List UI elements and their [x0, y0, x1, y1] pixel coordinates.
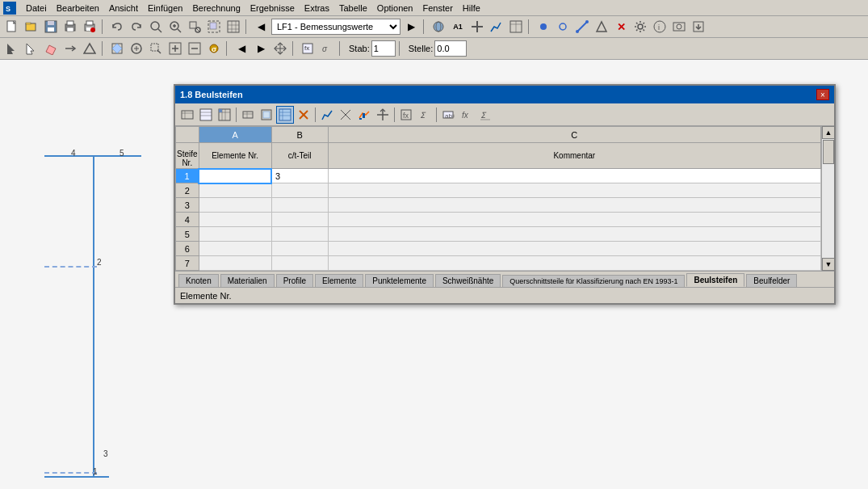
row-4-a[interactable]	[199, 213, 271, 227]
menu-fenster[interactable]: Fenster	[418, 2, 458, 15]
loadcase-dropdown[interactable]: LF1 - Bemessungswerte	[271, 19, 400, 35]
zoom-select-btn[interactable]	[147, 40, 165, 57]
prev-btn[interactable]: ◀	[252, 18, 270, 36]
stab-input[interactable]	[371, 40, 396, 57]
menu-tabelle[interactable]: Tabelle	[334, 2, 372, 15]
tab-materialien[interactable]: Materialien	[220, 274, 275, 287]
graph-btn[interactable]	[488, 18, 505, 36]
triangle-btn[interactable]	[81, 40, 99, 57]
move-btn[interactable]	[271, 40, 289, 57]
tab-beulsteifen[interactable]: Beulsteifen	[686, 273, 744, 287]
dlg-btn-2[interactable]	[197, 106, 215, 124]
dlg-btn-1[interactable]	[178, 106, 196, 124]
row-6-c[interactable]	[328, 242, 820, 256]
dialog-close-button[interactable]: ×	[816, 89, 829, 100]
dlg-btn-12[interactable]: fx	[397, 106, 415, 124]
row-1-a[interactable]: 8	[199, 169, 271, 183]
formula-btn[interactable]: σ	[318, 40, 336, 57]
info-btn[interactable]: i	[651, 18, 669, 36]
menu-ansicht[interactable]: Ansicht	[104, 2, 143, 15]
scroll-down-btn[interactable]: ▼	[822, 258, 835, 271]
row-5-c[interactable]	[328, 227, 820, 242]
dlg-btn-3[interactable]	[216, 106, 233, 124]
node-btn[interactable]	[535, 18, 552, 36]
arrow-r-btn[interactable]: ▶	[252, 40, 270, 57]
dlg-btn-10[interactable]	[355, 106, 373, 124]
settings-btn[interactable]	[631, 18, 649, 36]
row-3-a[interactable]	[199, 198, 271, 213]
menu-optionen[interactable]: Optionen	[372, 2, 418, 15]
tab-beulfelder[interactable]: Beulfelder	[746, 274, 797, 287]
x-btn[interactable]: ✕	[612, 18, 630, 36]
arrow-l-btn[interactable]: ◀	[233, 40, 250, 57]
eraser-btn[interactable]	[42, 40, 60, 57]
menu-einfuegen[interactable]: Einfügen	[143, 2, 187, 15]
select2-btn[interactable]	[593, 18, 610, 36]
dlg-btn-7[interactable]	[295, 106, 312, 124]
row-5-a[interactable]	[199, 227, 271, 242]
tab-profile[interactable]: Profile	[276, 274, 313, 287]
save-button[interactable]	[42, 18, 60, 36]
scroll-up-btn[interactable]: ▲	[822, 126, 835, 139]
row-3-c[interactable]	[328, 198, 820, 213]
print-button[interactable]	[61, 18, 79, 36]
row-1-c[interactable]	[328, 169, 820, 183]
zoom-in-button[interactable]	[166, 18, 184, 36]
zoom-minus-btn[interactable]	[186, 40, 203, 57]
row-2-c[interactable]	[328, 183, 820, 198]
row-6-b[interactable]	[271, 242, 328, 256]
row-4-b[interactable]	[271, 213, 328, 227]
scroll-track[interactable]	[822, 139, 834, 258]
undo-button[interactable]	[108, 18, 126, 36]
node2-btn[interactable]	[554, 18, 572, 36]
text-btn[interactable]: A1	[449, 18, 467, 36]
table-btn[interactable]	[507, 18, 525, 36]
search-button[interactable]	[147, 18, 165, 36]
special-btn[interactable]: σ	[205, 40, 223, 57]
cursor-btn[interactable]	[23, 40, 40, 57]
menu-ergebnisse[interactable]: Ergebnisse	[245, 2, 300, 15]
dlg-btn-15[interactable]: fx	[458, 106, 476, 124]
zoom-plus-btn[interactable]	[166, 40, 184, 57]
zoom-all-btn[interactable]	[128, 40, 145, 57]
row-6-a[interactable]	[199, 242, 271, 256]
menu-bearbeiten[interactable]: Bearbeiten	[52, 2, 104, 15]
row-7-a[interactable]	[199, 256, 271, 271]
dlg-btn-4[interactable]	[239, 106, 257, 124]
zoom-window-button[interactable]	[186, 18, 203, 36]
tab-elemente[interactable]: Elemente	[315, 274, 363, 287]
open-button[interactable]	[23, 18, 40, 36]
tab-schweissnaehte[interactable]: Schweißnähte	[435, 274, 501, 287]
dlg-btn-11[interactable]	[374, 106, 392, 124]
row-7-c[interactable]	[328, 256, 820, 271]
dlg-btn-5[interactable]	[258, 106, 275, 124]
tab-querschnittsteile[interactable]: Querschnittsteile für Klassifizierung na…	[502, 275, 685, 287]
menu-berechnung[interactable]: Berechnung	[187, 2, 245, 15]
tab-knoten[interactable]: Knoten	[178, 274, 219, 287]
menu-extras[interactable]: Extras	[300, 2, 334, 15]
redo-button[interactable]	[128, 18, 145, 36]
dlg-btn-16[interactable]: Ʃ	[476, 106, 494, 124]
row-4-c[interactable]	[328, 213, 820, 227]
row-2-b[interactable]	[271, 183, 328, 198]
grid-button[interactable]	[224, 18, 242, 36]
dlg-btn-14[interactable]: ab=	[439, 106, 457, 124]
render-btn[interactable]	[430, 18, 447, 36]
menu-hilfe[interactable]: Hilfe	[458, 2, 485, 15]
dlg-btn-8[interactable]	[318, 106, 336, 124]
vertical-scrollbar[interactable]: ▲ ▼	[821, 126, 834, 271]
next-btn[interactable]: ▶	[402, 18, 420, 36]
dlg-btn-9[interactable]	[337, 106, 354, 124]
select-button[interactable]	[205, 18, 223, 36]
cross-btn[interactable]	[468, 18, 486, 36]
menu-datei[interactable]: Datei	[21, 2, 52, 15]
row-3-b[interactable]	[271, 198, 328, 213]
select3-btn[interactable]	[3, 40, 21, 57]
new-button[interactable]	[3, 18, 21, 36]
row-1-b[interactable]: 3	[271, 169, 328, 183]
stelle-input[interactable]	[434, 40, 467, 57]
tab-punktelemente[interactable]: Punktelemente	[365, 274, 434, 287]
row-7-b[interactable]	[271, 256, 328, 271]
print2-button[interactable]	[81, 18, 99, 36]
arrow-btn[interactable]	[61, 40, 79, 57]
